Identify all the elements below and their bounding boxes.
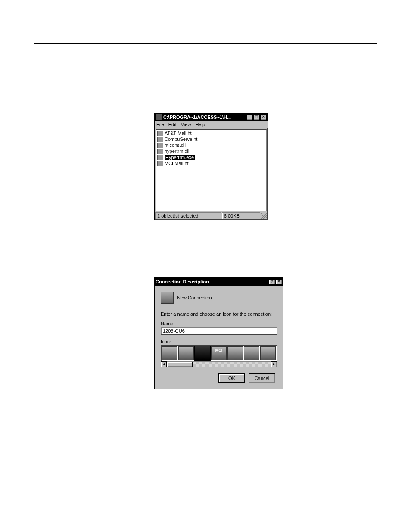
help-button[interactable]: ?	[269, 279, 275, 285]
maximize-button[interactable]: □	[253, 115, 260, 120]
list-item[interactable]: MCI Mail.ht	[156, 160, 266, 166]
file-name: hypertrm.dll	[165, 149, 189, 154]
scroll-thumb[interactable]	[167, 362, 193, 367]
icon-choice[interactable]	[227, 346, 243, 360]
list-item[interactable]: CompuServe.ht	[156, 136, 266, 142]
scroll-left-button[interactable]: ◄	[161, 361, 167, 367]
scroll-right-button[interactable]: ►	[271, 361, 277, 367]
menu-help[interactable]: Help	[195, 122, 205, 127]
explorer-titlebar[interactable]: C:\PROGRA~1\ACCESS~1\H... _ □ ×	[155, 113, 268, 121]
cancel-button[interactable]: Cancel	[249, 373, 275, 383]
name-input[interactable]	[161, 327, 277, 335]
list-item[interactable]: AT&T Mail.ht	[156, 130, 266, 136]
close-button[interactable]: ×	[260, 115, 267, 120]
list-item-selected[interactable]: Hypertrm.exe	[156, 154, 266, 160]
scroll-track[interactable]	[167, 361, 271, 367]
dialog-header: New Connection	[161, 292, 277, 304]
list-item[interactable]: hticons.dll	[156, 142, 266, 148]
menu-file[interactable]: File	[156, 122, 164, 127]
status-size: 6.00KB	[222, 212, 260, 219]
menu-edit[interactable]: Edit	[168, 122, 177, 127]
exe-file-icon	[157, 155, 163, 160]
file-name: MCI Mail.ht	[165, 161, 189, 166]
icon-choice[interactable]	[162, 346, 177, 360]
file-name: CompuServe.ht	[165, 137, 197, 142]
connection-description-dialog: Connection Description ? × New Connectio…	[154, 277, 283, 389]
minimize-button[interactable]: _	[246, 115, 253, 120]
resize-grip-icon[interactable]	[261, 213, 267, 219]
icon-choice[interactable]	[178, 346, 194, 360]
icon-label: Icon:	[161, 339, 277, 344]
ht-file-icon	[157, 161, 163, 166]
icon-scrollbar[interactable]: ◄ ►	[161, 361, 277, 367]
file-name: hticons.dll	[165, 143, 186, 148]
ok-button[interactable]: OK	[218, 373, 245, 383]
icon-choice-mci[interactable]	[211, 346, 227, 360]
menu-view[interactable]: View	[181, 122, 191, 127]
close-button[interactable]: ×	[276, 279, 282, 285]
dll-file-icon	[157, 143, 163, 148]
ht-file-icon	[157, 131, 163, 136]
dll-file-icon	[157, 149, 163, 154]
name-label: Name:	[161, 321, 277, 326]
explorer-menubar: File Edit View Help	[155, 121, 268, 128]
folder-icon	[156, 114, 162, 120]
icon-choice-selected[interactable]	[195, 346, 210, 360]
icon-picker[interactable]	[161, 345, 277, 361]
dialog-subtitle: New Connection	[177, 295, 212, 300]
file-name: Hypertrm.exe	[165, 155, 195, 160]
list-item[interactable]: hypertrm.dll	[156, 148, 266, 154]
file-name: AT&T Mail.ht	[165, 131, 192, 136]
connection-icon	[161, 292, 174, 304]
dialog-title: Connection Description	[156, 279, 268, 284]
page-divider	[34, 43, 377, 44]
icon-choice[interactable]	[244, 346, 259, 360]
status-selection: 1 object(s) selected	[155, 212, 221, 219]
file-list[interactable]: AT&T Mail.ht CompuServe.ht hticons.dll h…	[156, 129, 267, 211]
explorer-window: C:\PROGRA~1\ACCESS~1\H... _ □ × File Edi…	[154, 113, 268, 220]
ht-file-icon	[157, 137, 163, 142]
dialog-prompt: Enter a name and choose an icon for the …	[161, 311, 277, 317]
dialog-titlebar[interactable]: Connection Description ? ×	[155, 278, 283, 286]
explorer-title: C:\PROGRA~1\ACCESS~1\H...	[163, 115, 246, 120]
explorer-statusbar: 1 object(s) selected 6.00KB	[155, 212, 268, 220]
icon-choice[interactable]	[260, 346, 276, 360]
